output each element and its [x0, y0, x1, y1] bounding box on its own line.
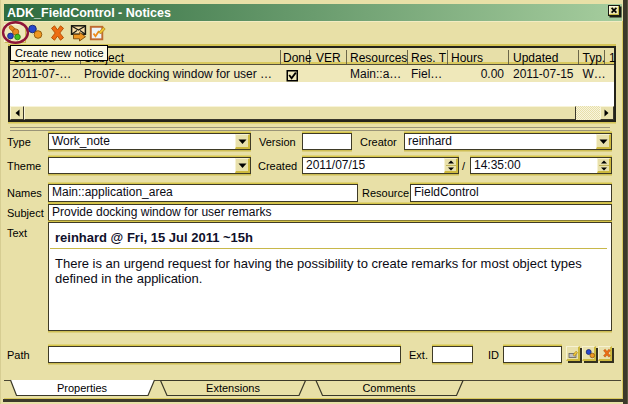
- svg-text:2011-07-…: 2011-07-…: [12, 67, 71, 81]
- svg-text:Res. T: Res. T: [411, 51, 447, 65]
- svg-text:VER: VER: [316, 51, 341, 65]
- svg-text:Done: Done: [283, 51, 312, 65]
- svg-text:Hours: Hours: [451, 51, 483, 65]
- svg-text:Provide docking window for use: Provide docking window for user …: [84, 67, 272, 81]
- svg-text:Resources: Resources: [350, 51, 407, 65]
- svg-text:2011-07-15: 2011-07-15: [513, 67, 574, 81]
- svg-text:Properties: Properties: [57, 382, 108, 394]
- svg-text:0.00: 0.00: [481, 67, 505, 81]
- svg-text:Main::a…: Main::a…: [350, 67, 401, 81]
- svg-text:Fiel…: Fiel…: [411, 67, 442, 81]
- svg-text:Extensions: Extensions: [206, 382, 260, 394]
- svg-text:Updated: Updated: [513, 51, 558, 65]
- svg-text:Comments: Comments: [362, 382, 416, 394]
- svg-text:1: 1: [609, 51, 616, 65]
- svg-text:W…: W…: [583, 67, 606, 81]
- svg-text:Typ.: Typ.: [583, 51, 606, 65]
